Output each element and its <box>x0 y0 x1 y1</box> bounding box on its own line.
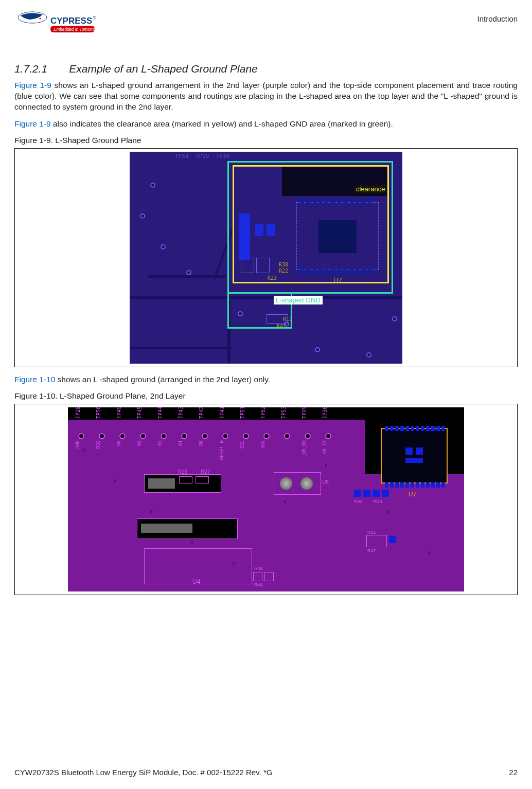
r46-label: R46 <box>254 566 263 571</box>
paragraph-3: Figure 1-10 shows an L -shaped ground (a… <box>14 374 518 385</box>
pin-r1: R1 <box>178 440 183 446</box>
pin-scl: SCL <box>240 440 245 449</box>
r38-label: R38 <box>279 262 288 267</box>
u7-label-2: U7 <box>409 491 416 498</box>
u7-label: U7 <box>333 276 342 284</box>
tp41-label: TP41 <box>219 407 225 419</box>
svg-text:®: ® <box>93 15 96 21</box>
tp52-label: TP52 <box>260 407 266 419</box>
pin-r3: R3 <box>157 440 163 446</box>
paragraph-1: Figure 1-9 shows an L-shaped ground arra… <box>14 80 518 113</box>
figure-1-9-link[interactable]: Figure 1-9 <box>14 81 51 89</box>
pin-sda: SDA <box>260 440 265 449</box>
pin-urrx: _UR_RX <box>302 440 307 457</box>
paragraph-2-text: also indicates the clearance area (marke… <box>51 119 393 128</box>
r33-label: R33 <box>354 499 363 504</box>
tp53-label-2: TP53 <box>281 407 287 419</box>
r44-label: R44 <box>254 582 263 587</box>
footer-page-number: 22 <box>509 768 518 777</box>
pin-urtx: _UR_TX <box>322 440 327 457</box>
pin-r8: R8 <box>116 440 121 446</box>
pin-r33: R33 <box>96 440 101 449</box>
figure-1-9-image: TP29 TP30 TP53 clearance L-shaped GND <box>130 152 402 364</box>
svg-text:CYPRESS: CYPRESS <box>50 16 92 26</box>
pin-r0: R0 <box>199 440 204 446</box>
tp29-label-2: TP29 <box>302 407 307 419</box>
tp49-label: TP49 <box>116 407 122 419</box>
r11-label-2: R11 <box>367 530 376 535</box>
r23-label: R23 <box>268 275 277 281</box>
page: CYPRESS ® Embedded in Tomorrow™ Introduc… <box>0 0 532 789</box>
pin-reset: RESET_N <box>219 440 224 460</box>
tp45-label: TP45 <box>137 407 143 419</box>
u4-label: U4 <box>192 578 200 585</box>
pin-gnd: GND <box>75 440 80 449</box>
svg-point-1 <box>39 17 41 19</box>
tp53-label: TP53 <box>175 153 189 159</box>
section-title: Example of an L-Shaped Ground Plane <box>69 63 258 75</box>
paragraph-1-text: shows an L-shaped ground arrangement in … <box>14 81 518 111</box>
paragraph-2: Figure 1-9 also indicates the clearance … <box>14 119 518 130</box>
section-number: 1.7.2.1 <box>14 63 47 75</box>
section-header: Introduction <box>477 14 518 23</box>
figure-1-9-link-2[interactable]: Figure 1-9 <box>14 119 51 128</box>
l-shaped-gnd-label: L-shaped GND <box>274 296 323 304</box>
tp50-label: TP50 <box>96 407 101 419</box>
footer-doc-id: CYW20732S Bluetooth Low Energy SiP Modul… <box>14 768 272 777</box>
section-heading-row: 1.7.2.1 Example of an L-Shaped Ground Pl… <box>14 63 518 75</box>
cypress-logo: CYPRESS ® Embedded in Tomorrow™ <box>14 10 97 38</box>
figure-1-9-caption: Figure 1-9. L-Shaped Ground Plane <box>14 136 518 145</box>
pin-r4: R4 <box>137 440 142 446</box>
tp28-label: TP28 <box>75 407 81 419</box>
figure-1-10-frame: TP28 TP50 TP49 TP45 TP44 TP43 TP42 TP41 … <box>14 404 518 595</box>
u5-label: U5 <box>322 479 329 485</box>
svg-text:Embedded in Tomorrow™: Embedded in Tomorrow™ <box>54 27 97 32</box>
tp43-label: TP43 <box>178 407 184 419</box>
footer: CYW20732S Bluetooth Low Energy SiP Modul… <box>14 768 518 777</box>
tp44-label: TP44 <box>157 407 163 419</box>
r38-label-2: R38 <box>374 499 382 504</box>
tp42-label: TP42 <box>199 407 204 419</box>
tp29-label: TP29 <box>196 153 209 159</box>
tp51-label: TP51 <box>240 407 245 419</box>
tp30-label-2: TP30 <box>322 407 328 419</box>
figure-1-10-caption: Figure 1-10. L-Shaped Ground Plane, 2nd … <box>14 391 518 401</box>
tp30-label: TP30 <box>216 153 230 159</box>
r47-label: R47 <box>277 324 286 329</box>
r22-label: R22 <box>279 268 288 274</box>
figure-1-9-frame: TP29 TP30 TP53 clearance L-shaped GND <box>14 148 518 367</box>
clearance-label: clearance <box>354 185 387 193</box>
figure-1-10-link[interactable]: Figure 1-10 <box>14 375 55 384</box>
r27-label: R27 <box>201 469 210 475</box>
paragraph-3-text: shows an L -shaped ground (arranged in t… <box>55 375 270 384</box>
r47-label-2: R47 <box>367 548 376 553</box>
header-row: CYPRESS ® Embedded in Tomorrow™ Introduc… <box>14 10 518 38</box>
figure-1-10-image: TP28 TP50 TP49 TP45 TP44 TP43 TP42 TP41 … <box>68 407 464 591</box>
r26-label: R26 <box>178 469 187 475</box>
